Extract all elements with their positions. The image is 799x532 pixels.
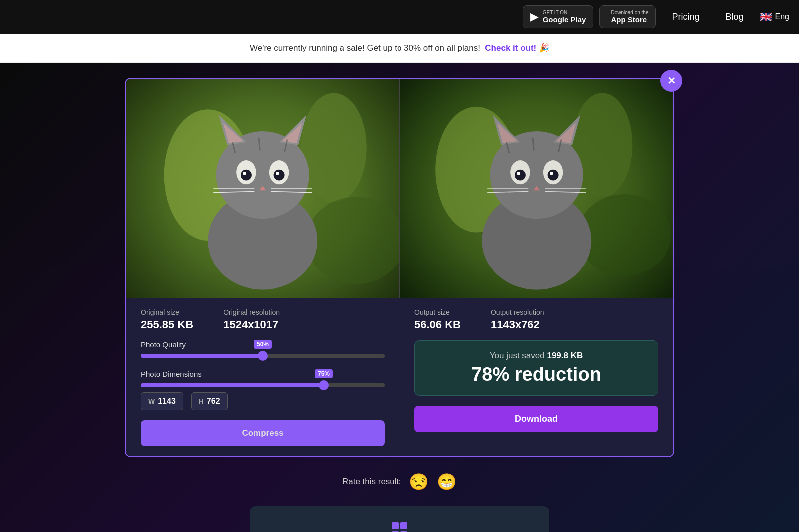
dimensions-slider[interactable]: 75% [141, 383, 385, 387]
google-play-icon: ▶ [530, 11, 539, 22]
original-cat-image [126, 79, 400, 298]
original-image-panel [126, 79, 400, 298]
happy-rating-button[interactable]: 😁 [437, 472, 457, 491]
original-size-info: Original size 255.85 KB Original resolut… [141, 308, 385, 331]
dimensions-track: 75% [141, 383, 385, 387]
images-row [126, 79, 673, 298]
rating-row: Rate this result: 😒 😁 [342, 472, 457, 491]
svg-point-38 [517, 172, 520, 175]
svg-rect-48 [392, 522, 399, 529]
output-resolution-block: Output resolution 1143x762 [491, 308, 544, 331]
dimension-inputs: W 1143 H 762 [141, 392, 385, 410]
quality-slider[interactable]: 50% [141, 354, 385, 358]
savings-percent: 78% reduction [425, 364, 648, 385]
download-button[interactable]: Download [414, 406, 658, 432]
svg-point-37 [547, 170, 558, 181]
google-play-text: GET IT ON Google Play [543, 10, 586, 24]
savings-box: You just saved 199.8 KB 78% reduction [414, 340, 658, 396]
svg-point-13 [274, 170, 285, 181]
top-nav: ▶ GET IT ON Google Play Download on the … [0, 0, 799, 34]
rating-label: Rate this result: [342, 477, 401, 487]
svg-point-2 [301, 93, 366, 202]
app-store-text: Download on the App Store [611, 10, 648, 24]
original-resolution-block: Original resolution 1524x1017 [223, 308, 280, 331]
output-image-panel [400, 79, 674, 298]
quality-thumb[interactable]: 50% [258, 351, 268, 361]
flag-icon: 🇬🇧 [760, 11, 772, 23]
height-input[interactable]: H 762 [191, 392, 228, 410]
app-store-button[interactable]: Download on the App Store [599, 5, 656, 28]
bottom-cta: Looking to optimise your images in real … [250, 506, 549, 532]
close-button[interactable]: ✕ [660, 70, 682, 92]
google-play-button[interactable]: ▶ GET IT ON Google Play [523, 5, 594, 28]
svg-point-15 [276, 172, 279, 175]
svg-point-36 [514, 170, 525, 181]
dimensions-fill [141, 383, 324, 387]
right-info-panel: Output size 56.06 KB Output resolution 1… [400, 298, 673, 456]
original-size-block: Original size 255.85 KB [141, 308, 193, 331]
comparison-container: ✕ [125, 78, 674, 457]
output-size-info: Output size 56.06 KB Output resolution 1… [414, 308, 658, 331]
output-size-block: Output size 56.06 KB [414, 308, 461, 331]
info-panels: Original size 255.85 KB Original resolut… [126, 298, 673, 456]
compress-button[interactable]: Compress [141, 420, 385, 446]
left-info-panel: Original size 255.85 KB Original resolut… [126, 298, 400, 456]
width-input[interactable]: W 1143 [141, 392, 183, 410]
language-selector[interactable]: 🇬🇧 Eng [760, 11, 789, 23]
quality-track: 50% [141, 354, 385, 358]
svg-rect-49 [400, 522, 407, 529]
dimensions-thumb[interactable]: 75% [319, 380, 329, 390]
quality-fill [141, 354, 263, 358]
blog-link[interactable]: Blog [716, 12, 754, 22]
sale-link[interactable]: Check it out! 🎉 [485, 43, 549, 53]
svg-point-12 [241, 170, 252, 181]
dimensions-label: Photo Dimensions [141, 370, 385, 378]
main-content: ✕ [0, 63, 799, 532]
svg-point-27 [577, 194, 670, 276]
svg-point-14 [243, 172, 246, 175]
output-cat-image [400, 79, 674, 298]
sad-rating-button[interactable]: 😒 [409, 472, 429, 491]
cta-icon [270, 521, 529, 532]
pricing-link[interactable]: Pricing [662, 12, 709, 22]
sale-banner: We're currently running a sale! Get up t… [0, 34, 799, 63]
svg-point-39 [550, 172, 553, 175]
